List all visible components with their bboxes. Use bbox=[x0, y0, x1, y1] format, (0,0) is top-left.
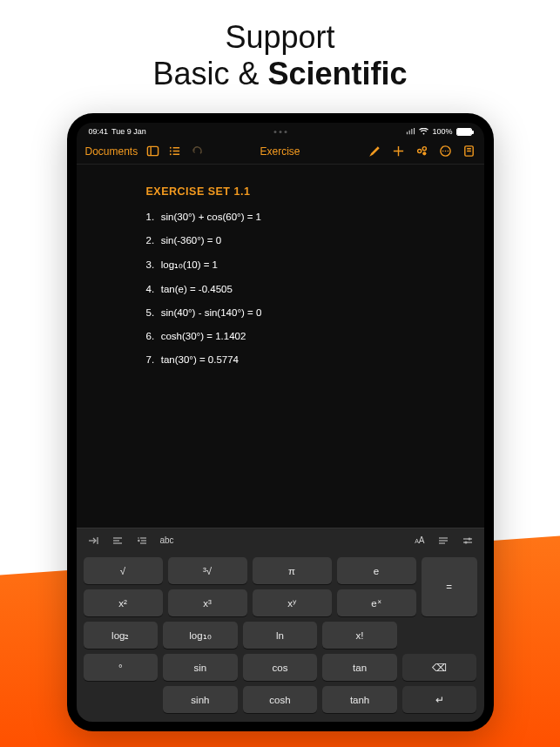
keyboard-toolbar: abc AAAA bbox=[77, 528, 484, 552]
key-cbrt[interactable]: ³√ bbox=[168, 557, 247, 584]
key-x3[interactable]: x³ bbox=[168, 589, 247, 616]
svg-rect-0 bbox=[148, 146, 159, 155]
key-fact[interactable]: x! bbox=[322, 622, 397, 649]
battery-icon bbox=[456, 128, 472, 136]
key-sin[interactable]: sin bbox=[163, 654, 238, 681]
svg-point-36 bbox=[464, 541, 467, 543]
svg-point-4 bbox=[170, 151, 172, 152]
key-backspace[interactable]: ⌫ bbox=[402, 654, 477, 681]
page-title: Exercise bbox=[260, 145, 300, 158]
headline-line2: Basic & Scientific bbox=[0, 56, 560, 92]
svg-point-34 bbox=[468, 537, 470, 540]
share-icon[interactable] bbox=[415, 145, 428, 158]
add-icon[interactable] bbox=[392, 145, 405, 158]
key-sqrt[interactable]: √ bbox=[84, 557, 163, 584]
doc-line: 5. sin(40°) - sin(140°) = 0 bbox=[146, 307, 484, 318]
svg-point-2 bbox=[170, 147, 172, 149]
scientific-keyboard: √ ³√ π e x² x³ xʸ eˣ = l bbox=[77, 552, 484, 722]
doc-line: 4. tan(e) = -0.4505 bbox=[146, 284, 484, 294]
doc-heading: EXERCISE SET 1.1 bbox=[146, 185, 484, 198]
doc-line: 6. cosh(30°) = 1.1402 bbox=[146, 331, 484, 341]
svg-point-25 bbox=[138, 537, 139, 539]
doc-line: 1. sin(30°) + cos(60°) = 1 bbox=[146, 212, 484, 222]
settings-icon[interactable] bbox=[462, 535, 474, 547]
key-ex[interactable]: eˣ bbox=[337, 589, 416, 616]
highlight-icon[interactable] bbox=[368, 145, 381, 158]
svg-point-14 bbox=[442, 151, 443, 152]
indent-icon[interactable] bbox=[136, 535, 148, 547]
status-bar: 09:41 Tue 9 Jan 100% bbox=[77, 123, 484, 138]
abc-button[interactable]: abc bbox=[160, 535, 174, 545]
key-equals[interactable]: = bbox=[422, 557, 477, 616]
key-e[interactable]: e bbox=[337, 557, 416, 584]
toolbar: Documents Exercise bbox=[77, 138, 484, 165]
sidebar-icon[interactable] bbox=[146, 145, 159, 158]
key-ln[interactable]: ln bbox=[243, 622, 318, 649]
key-return[interactable]: ↵ bbox=[402, 686, 477, 713]
key-pi[interactable]: π bbox=[253, 557, 332, 584]
note-icon[interactable] bbox=[462, 145, 476, 158]
format-icon[interactable] bbox=[437, 535, 449, 547]
list-icon[interactable] bbox=[168, 145, 181, 158]
key-log2[interactable]: log₂ bbox=[84, 622, 159, 649]
back-button[interactable]: Documents bbox=[85, 145, 138, 158]
status-time: 09:41 bbox=[89, 127, 109, 136]
key-sinh[interactable]: sinh bbox=[163, 686, 238, 713]
key-spacer bbox=[402, 622, 477, 649]
key-log10[interactable]: log₁₀ bbox=[163, 622, 238, 649]
multitask-dots bbox=[273, 131, 287, 133]
key-x2[interactable]: x² bbox=[84, 589, 163, 616]
wifi-icon bbox=[419, 128, 428, 136]
undo-icon[interactable] bbox=[190, 145, 203, 158]
ipad-frame: 09:41 Tue 9 Jan 100% Documents bbox=[67, 113, 494, 731]
key-cos[interactable]: cos bbox=[243, 654, 318, 681]
svg-point-11 bbox=[422, 147, 426, 151]
svg-point-15 bbox=[444, 151, 446, 152]
key-spacer bbox=[84, 686, 159, 713]
svg-point-6 bbox=[170, 153, 172, 155]
screen: 09:41 Tue 9 Jan 100% Documents bbox=[77, 123, 484, 722]
document-area[interactable]: EXERCISE SET 1.1 1. sin(30°) + cos(60°) … bbox=[77, 165, 484, 528]
doc-line: 2. sin(-360°) = 0 bbox=[146, 235, 484, 246]
svg-point-12 bbox=[422, 151, 426, 155]
signal-icon bbox=[406, 128, 415, 136]
text-size-button[interactable]: AAAA bbox=[415, 535, 424, 545]
key-xy[interactable]: xʸ bbox=[253, 589, 332, 616]
svg-point-10 bbox=[417, 149, 421, 152]
key-degree[interactable]: ° bbox=[84, 654, 159, 681]
align-left-icon[interactable] bbox=[111, 535, 124, 547]
status-date: Tue 9 Jan bbox=[111, 127, 146, 136]
doc-line: 3. log₁₀(10) = 1 bbox=[146, 259, 484, 271]
key-tan[interactable]: tan bbox=[322, 654, 397, 681]
marketing-headline: Support Basic & Scientific bbox=[0, 0, 560, 108]
key-tanh[interactable]: tanh bbox=[322, 686, 397, 713]
headline-line1: Support bbox=[0, 19, 560, 56]
key-cosh[interactable]: cosh bbox=[243, 686, 318, 713]
doc-line: 7. tan(30°) = 0.5774 bbox=[146, 354, 484, 365]
tab-icon[interactable] bbox=[87, 535, 99, 547]
svg-point-16 bbox=[447, 151, 449, 152]
more-icon[interactable] bbox=[439, 145, 452, 158]
battery-pct: 100% bbox=[432, 127, 452, 136]
